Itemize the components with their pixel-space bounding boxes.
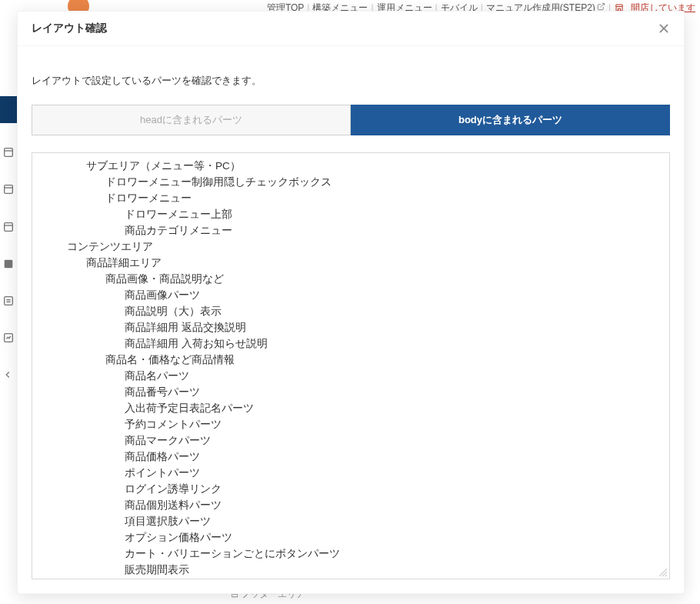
tree-node[interactable]: 商品名・価格など商品情報 [32,352,669,368]
svg-rect-7 [5,260,13,269]
sidebar-icon [2,295,15,307]
tree-node[interactable]: 商品説明（大）表示 [32,303,669,319]
tree-node[interactable]: 予約コメントパーツ [32,416,669,432]
tree-node[interactable]: 入出荷予定日表記名パーツ [32,400,669,416]
tree-node[interactable]: 商品詳細用 入荷お知らせ説明 [32,335,669,352]
svg-rect-1 [5,148,13,157]
modal-header: レイアウト確認 [18,12,684,46]
parts-tree[interactable]: サブエリア（メニュー等・PC）ドロワーメニュー制御用隠しチェックボックスドロワー… [32,158,669,576]
sidebar-icon [2,332,15,344]
tree-node[interactable]: ポイントパーツ [32,465,669,481]
tree-node[interactable]: 商品名パーツ [32,368,669,384]
svg-rect-5 [5,223,13,232]
svg-rect-8 [5,297,13,305]
modal-title: レイアウト確認 [32,22,107,35]
close-button[interactable] [655,19,673,38]
tree-node[interactable]: 商品カテゴリメニュー [32,222,669,239]
parts-tree-box: サブエリア（メニュー等・PC）ドロワーメニュー制御用隠しチェックボックスドロワー… [32,152,670,579]
tab-head-parts[interactable]: headに含まれるパーツ [32,105,351,135]
svg-rect-3 [5,185,13,194]
tree-node[interactable]: オプション価格パーツ [32,529,669,546]
tab-row: headに含まれるパーツ bodyに含まれるパーツ [32,105,670,135]
sidebar-icon [2,146,15,159]
tree-node[interactable]: サブエリア（メニュー等・PC） [32,158,669,174]
layout-confirm-modal: レイアウト確認 レイアウトで設定しているパーツを確認できます。 headに含まれ… [17,11,685,594]
svg-line-0 [600,3,604,7]
tree-node[interactable]: 商品マークパーツ [32,432,669,449]
tree-node[interactable]: ログイン誘導リンク [32,481,669,497]
resize-handle-icon[interactable] [657,566,668,577]
tree-node[interactable]: 商品詳細用 返品交換説明 [32,319,669,335]
tree-node[interactable]: 商品詳細エリア [32,255,669,271]
tree-node[interactable]: 項目選択肢パーツ [32,513,669,529]
tree-node[interactable]: ドロワーメニュー [32,190,669,206]
tab-body-parts[interactable]: bodyに含まれるパーツ [351,105,670,135]
tree-node[interactable]: 商品画像・商品説明など [32,271,669,287]
sidebar-chevron-left-icon [2,369,15,382]
tree-node[interactable]: 商品価格パーツ [32,449,669,465]
tree-node[interactable]: 商品個別送料パーツ [32,497,669,513]
background-sidebar [0,96,17,589]
modal-description: レイアウトで設定しているパーツを確認できます。 [32,74,670,88]
tree-node[interactable]: 販売期間表示 [32,562,669,576]
sidebar-icon [2,258,15,270]
tree-node[interactable]: カート・バリエーションごとにボタンパーツ [32,546,669,562]
sidebar-icon [2,183,15,195]
svg-line-16 [665,575,667,576]
sidebar-icon [2,221,15,233]
tree-node[interactable]: コンテンツエリア [32,239,669,255]
tree-node[interactable]: ドロワーメニュー上部 [32,206,669,222]
tree-node[interactable]: ドロワーメニュー制御用隠しチェックボックス [32,174,669,190]
tree-node[interactable]: 商品画像パーツ [32,287,669,303]
modal-body: レイアウトで設定しているパーツを確認できます。 headに含まれるパーツ bod… [18,46,684,593]
tree-node[interactable]: 商品番号パーツ [32,384,669,400]
